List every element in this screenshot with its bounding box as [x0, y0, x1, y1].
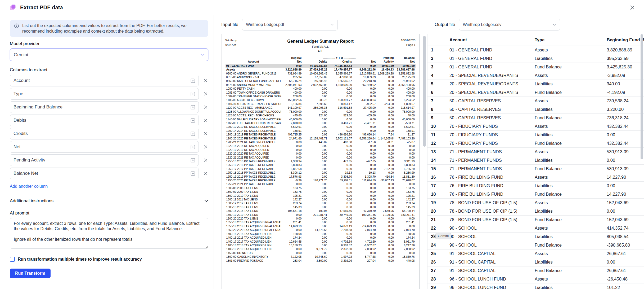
ledger-row: 1350-20 2020 TAX ACQUIRED REAL ESTATE0.0…: [226, 228, 416, 232]
ledger-row: 1250-19 2019 PP TAXES RECEIVABLE17,576.9…: [226, 175, 416, 178]
input-file-value: Winthrop Ledger.pdf: [246, 22, 284, 27]
pdf-page: Winthrop 9:02 AM General Ledger Summary …: [222, 34, 420, 289]
remove-column-icon[interactable]: [203, 158, 208, 162]
remove-column-icon[interactable]: [203, 79, 208, 82]
output-row[interactable]: 2591 - SCHOOL CAPITALAssets26,867.61: [427, 249, 644, 258]
remove-column-icon[interactable]: [203, 172, 208, 175]
ledger-row: 1200-14 2014 RE TAXES RECEIVABLE158.910.…: [226, 129, 416, 133]
column-input[interactable]: Account: [10, 75, 199, 86]
extract-pdf-modal: Extract PDF data List out the expected c…: [0, 0, 644, 289]
output-scrollbar[interactable]: [641, 34, 643, 159]
output-row[interactable]: 750 - CAPITAL RESERVESAssets739,538.24: [427, 97, 644, 105]
ledger-row: 1250-17 2017 PP TAXES RECEIVABLE6,887.68…: [226, 167, 416, 171]
model-provider-select[interactable]: Gemini: [10, 49, 208, 61]
multi-run-checkbox[interactable]: [10, 257, 15, 262]
column-input[interactable]: Balance Net: [10, 168, 199, 179]
input-file-select[interactable]: Winthrop Ledger.pdf: [242, 19, 338, 30]
add-column-link[interactable]: Add another column: [10, 184, 48, 189]
output-row[interactable]: 1170 - FIDUCIARY FUNDSLiabilities0.00: [427, 131, 644, 139]
pdf-funds-line: Fund(s): ALL: [287, 45, 354, 49]
output-row[interactable]: 1371 - PERMANENT FUNDSAssets530,913.09: [427, 148, 644, 156]
insert-example-icon[interactable]: [191, 145, 195, 149]
info-icon: [14, 23, 19, 34]
info-banner: List out the expected columns and values…: [10, 20, 208, 37]
ledger-row: 1082-00 TRANSFER STATION CASH DRAWE200.0…: [226, 94, 416, 98]
ledger-row: 1300-13 2013 TAX LIENS145.390.000.000.00…: [226, 205, 416, 209]
column-input[interactable]: Beginning Fund Balance: [10, 101, 199, 113]
output-row[interactable]: 1571 - PERMANENT FUNDSFund Balance530,91…: [427, 165, 644, 173]
output-row[interactable]: 101 - GENERAL FUNDAssets3,820,888.89: [427, 46, 644, 54]
output-row[interactable]: 201 - GENERAL FUNDLiabilities395,263.59: [427, 54, 644, 63]
output-row[interactable]: 2791 - SCHOOL CAPITALFund Balance26,867.…: [427, 266, 644, 275]
remove-column-icon[interactable]: [203, 119, 208, 122]
output-table: Account Type Beginning Fund Balance 101 …: [427, 34, 644, 289]
column-row: Net: [10, 141, 208, 153]
column-input[interactable]: Pending Activity: [10, 154, 199, 166]
output-row[interactable]: 2996 - SCHOOL LUNCH FUNDLiabilities101.2…: [427, 283, 644, 289]
chevron-down-icon: [201, 54, 204, 56]
column-row: Beginning Fund Balance: [10, 101, 208, 113]
pdf-scrollbar[interactable]: [423, 36, 426, 147]
output-row[interactable]: 1070 - FIDUCIARY FUNDSAssets432,382.44: [427, 122, 644, 131]
output-row[interactable]: 1978 - BOND FOR USE OF CIP (1.5)Assets15…: [427, 199, 644, 207]
output-row[interactable]: 2290 - SCHOOLAssets414,352.74: [427, 224, 644, 233]
insert-example-icon[interactable]: [191, 171, 195, 176]
output-row[interactable]: 2390 - SCHOOLLiabilities805,038.54: [427, 233, 644, 241]
ledger-row: 1250-20 2020 PP TAXES RECEIVABLE-9.39170…: [226, 178, 416, 182]
ledger-row: 1163-00 FUEL TAX ACCOUNTS RECEIVABLE2,87…: [226, 121, 416, 125]
column-input[interactable]: Net: [10, 141, 199, 153]
output-row[interactable]: 850 - CAPITAL RESERVESLiabilities3,220.0…: [427, 105, 644, 114]
ledger-row: 1250-15 2015 PP TAXES RECEIVABLE4,388.94…: [226, 159, 416, 163]
remove-column-icon[interactable]: [203, 132, 208, 135]
output-row[interactable]: 2896 - SCHOOL LUNCH FUNDAssets-26,450.48: [427, 275, 644, 283]
page-title: Extract PDF data: [20, 5, 63, 11]
ledger-row: 1220-21 2021 RE TAX ACQUIRED0.000.000.00…: [226, 156, 416, 159]
insert-example-icon[interactable]: [191, 118, 195, 123]
ledger-row: 01 - GENERAL FUND0.0074,116,382.8374,116…: [226, 64, 416, 68]
remove-column-icon[interactable]: [203, 92, 208, 96]
output-row[interactable]: 301 - GENERAL FUNDFund Balance3,425,625.…: [427, 63, 644, 71]
remove-column-icon[interactable]: [203, 105, 208, 109]
column-input[interactable]: Debits: [10, 115, 199, 126]
close-icon[interactable]: [629, 4, 636, 11]
run-transform-button[interactable]: Run Transform: [10, 269, 51, 278]
column-input[interactable]: Credits: [10, 128, 199, 139]
ledger-row: 1123-00 ALLOWANCE DOUBTFUL ACCOUNT-78,00…: [226, 110, 416, 113]
ledger-row: 1300-09 2009 TAX LIENS183.750.000.000.00…: [226, 190, 416, 194]
output-file-select[interactable]: Winthrop Ledger.csv: [459, 19, 560, 30]
column-name: Debits: [13, 118, 26, 123]
additional-instructions-toggle[interactable]: Additional instructions: [10, 198, 208, 204]
pdf-viewer[interactable]: Winthrop 9:02 AM General Ledger Summary …: [214, 34, 427, 289]
insert-example-icon[interactable]: [191, 158, 195, 163]
output-row[interactable]: 520 - SPECIAL REVENUE/GRANTSLiabilities3…: [427, 80, 644, 88]
column-row: Account: [10, 75, 208, 86]
ai-prompt-textarea[interactable]: For every account, extract 3 rows, one f…: [10, 218, 208, 249]
output-row[interactable]: 2078 - BOND FOR USE OF CIP (1.5)Liabilit…: [427, 207, 644, 216]
output-row[interactable]: 1876 - FIRE BUILDING FUNDFund Balance14,…: [427, 190, 644, 199]
output-row[interactable]: 950 - CAPITAL RESERVESFund Balance736,31…: [427, 114, 644, 122]
output-row[interactable]: 620 - SPECIAL REVENUE/GRANTSFund Balance…: [427, 88, 644, 97]
gemini-badge-label: Gemini: [435, 233, 451, 239]
output-row[interactable]: 2490 - SCHOOLFund Balance-390,685.80: [427, 241, 644, 249]
output-file-value: Winthrop Ledger.csv: [463, 22, 502, 27]
output-row[interactable]: 1776 - FIRE BUILDING FUNDLiabilities0.00: [427, 182, 644, 190]
ledger-row: 1300-08 2008 TAX LIENS183.750.000.000.00…: [226, 186, 416, 190]
output-row[interactable]: 420 - SPECIAL REVENUE/GRANTSAssets-3,852…: [427, 71, 644, 80]
insert-example-icon[interactable]: [191, 132, 195, 136]
insert-example-icon[interactable]: [191, 78, 195, 83]
insert-example-icon[interactable]: [191, 92, 195, 96]
column-input[interactable]: Type: [10, 88, 199, 100]
output-row[interactable]: 1270 - FIDUCIARY FUNDSFund Balance432,38…: [427, 139, 644, 148]
col-header-account: Account: [446, 34, 531, 46]
output-row[interactable]: 2178 - BOND FOR USE OF CIP (1.5)Fund Bal…: [427, 216, 644, 224]
column-name: Account: [13, 78, 30, 83]
output-row[interactable]: 1676 - FIRE BUILDING FUNDAssets14,227.90: [427, 173, 644, 182]
output-row[interactable]: 2691 - SCHOOL CAPITALLiabilities0.00: [427, 258, 644, 266]
output-panel: Output file Winthrop Ledger.csv: [427, 15, 644, 289]
ledger-row: 1100-00 ACCTS REC - TOWN155,032.56583.73…: [226, 98, 416, 102]
remove-column-icon[interactable]: [203, 145, 208, 149]
ledger-row: 0550-00 KSB - GENERAL FUND CASH DEP58,71…: [226, 79, 416, 83]
ledger-table: Beg Bal ------------- Y T D ------------…: [226, 56, 416, 262]
insert-example-icon[interactable]: [191, 105, 195, 110]
output-row[interactable]: 1471 - PERMANENT FUNDSLiabilities0.00: [427, 156, 644, 165]
